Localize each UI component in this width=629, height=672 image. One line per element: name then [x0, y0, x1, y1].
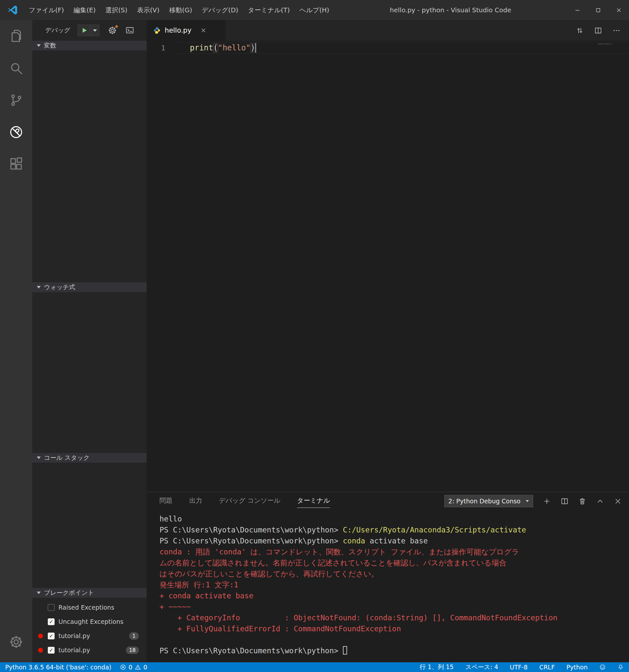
code-token: ( — [213, 43, 218, 52]
menu-view[interactable]: 表示(V) — [132, 0, 165, 20]
status-cursor-position[interactable]: 行 1、列 15 — [420, 663, 454, 671]
close-icon[interactable] — [200, 27, 207, 34]
section-label: ブレークポイント — [44, 589, 94, 597]
swap-icon[interactable] — [576, 26, 584, 34]
watch-body — [32, 292, 147, 453]
menu-edit[interactable]: 編集(E) — [69, 0, 100, 20]
problems-status[interactable]: 0 0 — [120, 664, 147, 671]
explorer-icon — [9, 29, 24, 44]
debug-config-dropdown[interactable] — [91, 25, 99, 36]
terminal-text: hello — [159, 515, 182, 523]
terminal-text: はそのパスが正しいことを確認してから、再試行してください。 — [159, 570, 378, 578]
activity-item-source-control[interactable] — [0, 84, 32, 116]
play-icon[interactable] — [81, 27, 88, 34]
bell-icon[interactable] — [618, 664, 624, 670]
section-header-callstack[interactable]: コール スタック — [32, 453, 147, 463]
menu-selection[interactable]: 選択(S) — [100, 0, 132, 20]
line-number: 1 — [147, 44, 174, 52]
section-header-watch[interactable]: ウォッチ式 — [32, 282, 147, 292]
terminal-content[interactable]: helloPS C:\Users\Ryota\Documents\work\py… — [147, 510, 629, 662]
activity-item-search[interactable] — [0, 52, 32, 84]
chevron-down-icon — [93, 29, 97, 32]
panel-tab-terminal[interactable]: ターミナル — [297, 494, 330, 508]
menu-terminal[interactable]: ターミナル(T) — [243, 0, 295, 20]
activity-bar — [0, 20, 32, 662]
terminal-selector[interactable]: 2: Python Debug Conso — [444, 495, 533, 507]
breakpoint-label: Uncaught Exceptions — [58, 618, 123, 625]
start-debugging-control[interactable] — [77, 25, 99, 36]
window-minimize-button[interactable] — [567, 0, 588, 20]
source-control-icon — [9, 93, 24, 107]
menu-debug[interactable]: デバッグ(D) — [197, 0, 243, 20]
terminal-line: ムの名前として認識されません。名前が正しく記述されていることを確認し、パスが含ま… — [159, 557, 623, 568]
terminal-line — [159, 634, 623, 645]
callstack-body — [32, 463, 147, 588]
terminal-line: + ~~~~~ — [159, 601, 623, 612]
window-controls — [567, 0, 629, 20]
title-bar: ファイル(F)編集(E)選択(S)表示(V)移動(G)デバッグ(D)ターミナル(… — [0, 0, 629, 20]
code-editor[interactable]: 1 print("hello") print("hello") — [147, 41, 629, 492]
terminal-line: + conda activate base — [159, 590, 623, 601]
breakpoint-count-badge: 18 — [126, 646, 139, 654]
code-token: ) — [251, 43, 255, 52]
smiley-icon[interactable] — [599, 664, 606, 670]
window-maximize-button[interactable] — [588, 0, 608, 20]
workbench: デバッグ 変数 ウォッチ式 コール スタック — [0, 20, 629, 662]
breakpoint-item[interactable]: ✓Uncaught Exceptions — [32, 615, 147, 629]
section-header-breakpoints[interactable]: ブレークポイント — [32, 588, 147, 598]
terminal-text: activate base — [365, 537, 428, 545]
debug-console-icon — [125, 26, 134, 35]
window-close-button[interactable] — [608, 0, 629, 20]
status-encoding[interactable]: UTF-8 — [510, 664, 528, 671]
close-icon — [615, 7, 622, 14]
open-debug-console-button[interactable] — [125, 26, 134, 35]
breakpoint-dot — [38, 648, 43, 653]
breakpoint-checkbox[interactable]: ✓ — [48, 618, 55, 625]
terminal-line: + FullyQualifiedErrorId : CommandNotFoun… — [159, 623, 623, 634]
menu-bar: ファイル(F)編集(E)選択(S)表示(V)移動(G)デバッグ(D)ターミナル(… — [24, 0, 334, 20]
activity-item-debug[interactable] — [0, 116, 32, 148]
tab-label: hello.py — [165, 26, 192, 34]
status-language-mode[interactable]: Python — [567, 664, 588, 671]
status-eol[interactable]: CRLF — [539, 664, 555, 671]
breakpoint-item[interactable]: ✓tutorial.py1 — [32, 629, 147, 643]
section-header-variables[interactable]: 変数 — [32, 41, 147, 50]
panel-tab-debug-console[interactable]: デバッグ コンソール — [219, 494, 280, 508]
kill-terminal-icon[interactable] — [578, 497, 586, 505]
status-left: Python 3.6.5 64-bit ('base': conda) 0 0 — [5, 664, 147, 671]
terminal-line: はそのパスが正しいことを確認してから、再試行してください。 — [159, 568, 623, 579]
breakpoint-checkbox[interactable] — [48, 604, 55, 611]
chevron-expanded-icon — [37, 44, 41, 47]
terminal-text: conda : 用語 'conda' は、コマンドレット、関数、スクリプト ファ… — [159, 548, 519, 556]
configure-launch-button[interactable] — [108, 26, 117, 35]
python-interpreter-status[interactable]: Python 3.6.5 64-bit ('base': conda) — [5, 664, 111, 671]
minimap[interactable]: print("hello") — [598, 43, 626, 45]
menu-go[interactable]: 移動(G) — [165, 0, 197, 20]
breakpoint-checkbox[interactable]: ✓ — [48, 632, 55, 639]
terminal-text: + conda activate base — [159, 592, 253, 600]
extensions-icon — [9, 157, 24, 172]
breakpoint-item[interactable]: ✓tutorial.py18 — [32, 643, 147, 657]
panel-tab-output[interactable]: 出力 — [189, 494, 202, 508]
breakpoint-checkbox[interactable]: ✓ — [48, 647, 55, 654]
more-actions-icon[interactable] — [612, 26, 621, 34]
terminal-text: conda — [343, 537, 365, 545]
maximize-panel-icon[interactable] — [596, 497, 604, 505]
menu-help[interactable]: ヘルプ(H) — [295, 0, 334, 20]
activity-item-extensions[interactable] — [0, 148, 32, 180]
new-terminal-icon[interactable] — [543, 497, 551, 505]
terminal-selector-value: 2: Python Debug Conso — [449, 498, 521, 505]
split-terminal-icon[interactable] — [560, 497, 569, 505]
panel-tab-problems[interactable]: 問題 — [159, 494, 172, 508]
breakpoint-item[interactable]: Raised Exceptions — [32, 600, 147, 615]
split-editor-icon[interactable] — [594, 26, 602, 34]
chevron-down-icon — [526, 500, 529, 502]
close-panel-icon[interactable] — [614, 497, 622, 505]
activity-item-settings[interactable] — [0, 626, 32, 658]
editor-caret — [255, 43, 256, 53]
status-indentation[interactable]: スペース: 4 — [465, 663, 498, 671]
tab-hello-py[interactable]: hello.py — [147, 20, 225, 41]
activity-item-explorer[interactable] — [0, 20, 32, 52]
panel-header: 問題出力デバッグ コンソールターミナル 2: Python Debug Cons… — [147, 492, 629, 510]
menu-file[interactable]: ファイル(F) — [24, 0, 69, 20]
